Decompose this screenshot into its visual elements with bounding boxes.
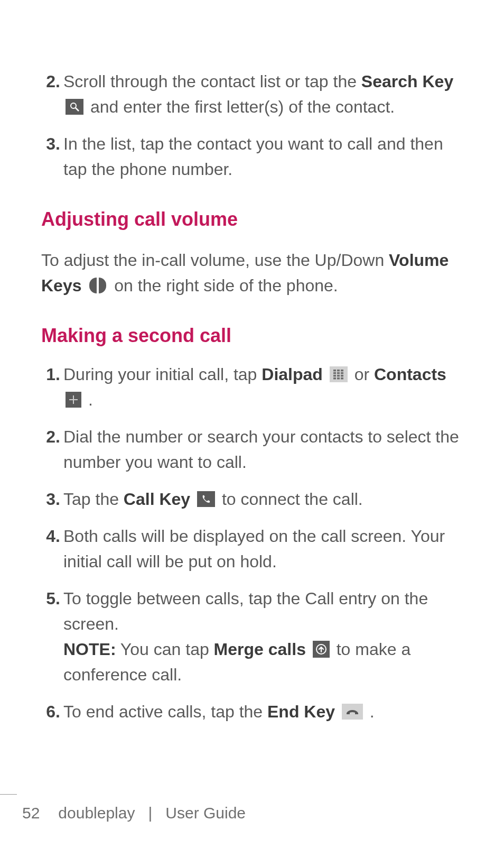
svg-rect-8 bbox=[333, 375, 336, 377]
document-page: 2. Scroll through the contact list or ta… bbox=[0, 0, 504, 857]
svg-rect-2 bbox=[333, 370, 336, 372]
step-number: 1. bbox=[41, 362, 63, 412]
step-text: Dial the number or search your contacts … bbox=[63, 424, 463, 475]
step-number: 4. bbox=[41, 523, 63, 574]
list-item: 1.During your initial call, tap Dialpad … bbox=[41, 362, 463, 412]
list-item: 5.To toggle between calls, tap the Call … bbox=[41, 586, 463, 687]
guide-label: User Guide bbox=[165, 804, 246, 822]
step-text: To end active calls, tap the End Key . bbox=[63, 699, 463, 724]
page-number: 52 bbox=[22, 804, 54, 822]
step-text: Both calls will be displayed on the call… bbox=[63, 523, 463, 574]
section-heading-volume: Adjusting call volume bbox=[41, 208, 463, 231]
svg-rect-5 bbox=[333, 372, 336, 374]
second-call-steps: 1.During your initial call, tap Dialpad … bbox=[41, 362, 463, 724]
list-item: 2. Scroll through the contact list or ta… bbox=[41, 69, 463, 119]
dialpad-icon bbox=[330, 366, 348, 382]
step-text: Tap the Call Key to connect the call. bbox=[63, 486, 463, 512]
svg-rect-11 bbox=[333, 377, 336, 380]
step-number: 5. bbox=[41, 586, 63, 687]
list-item: 2.Dial the number or search your contact… bbox=[41, 424, 463, 475]
footer-text: 52 doubleplay | User Guide bbox=[0, 804, 504, 822]
svg-rect-6 bbox=[337, 372, 340, 374]
volume-paragraph: To adjust the in-call volume, use the Up… bbox=[41, 247, 463, 298]
svg-point-0 bbox=[71, 103, 76, 108]
volume-keys-icon bbox=[88, 277, 107, 294]
end-call-icon bbox=[342, 704, 363, 720]
list-item: 3.Tap the Call Key to connect the call. bbox=[41, 486, 463, 512]
svg-line-1 bbox=[76, 108, 79, 111]
footer-separator: | bbox=[148, 804, 152, 822]
svg-rect-12 bbox=[337, 377, 340, 380]
section-heading-second-call: Making a second call bbox=[41, 325, 463, 347]
list-item: 6.To end active calls, tap the End Key . bbox=[41, 699, 463, 724]
call-icon bbox=[197, 491, 215, 507]
svg-rect-3 bbox=[337, 370, 340, 372]
step-text: During your initial call, tap Dialpad or… bbox=[63, 362, 463, 412]
contact-call-steps: 2. Scroll through the contact list or ta… bbox=[41, 69, 463, 182]
svg-rect-15 bbox=[69, 399, 78, 400]
svg-rect-9 bbox=[337, 375, 340, 377]
contacts-icon bbox=[66, 392, 81, 408]
step-number: 2. bbox=[41, 424, 63, 475]
svg-rect-10 bbox=[341, 375, 343, 377]
step-text: To toggle between calls, tap the Call en… bbox=[63, 586, 463, 687]
step-number: 6. bbox=[41, 699, 63, 724]
step-text: In the list, tap the contact you want to… bbox=[63, 131, 463, 182]
page-footer: 52 doubleplay | User Guide bbox=[0, 794, 504, 822]
list-item: 4.Both calls will be displayed on the ca… bbox=[41, 523, 463, 574]
svg-rect-13 bbox=[341, 377, 343, 380]
footer-rule bbox=[0, 794, 17, 795]
svg-rect-7 bbox=[341, 372, 343, 374]
step-number: 3. bbox=[41, 131, 63, 182]
list-item: 3. In the list, tap the contact you want… bbox=[41, 131, 463, 182]
step-number: 3. bbox=[41, 486, 63, 512]
search-icon bbox=[66, 99, 83, 115]
merge-calls-icon bbox=[313, 641, 330, 658]
svg-rect-4 bbox=[341, 370, 343, 372]
step-number: 2. bbox=[41, 69, 63, 119]
step-text: Scroll through the contact list or tap t… bbox=[63, 69, 463, 119]
product-name: doubleplay bbox=[58, 804, 135, 822]
